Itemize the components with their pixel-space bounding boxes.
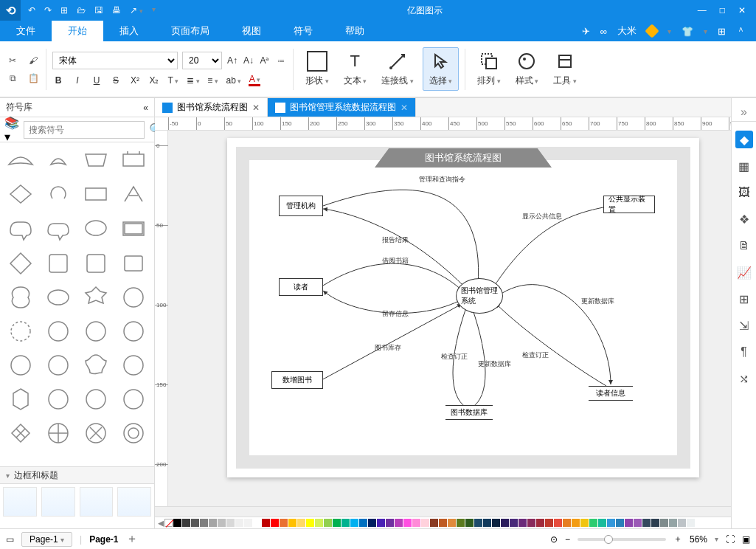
export-icon[interactable]: ⇲ [735, 317, 753, 334]
color-swatch[interactable] [448, 519, 456, 527]
play-icon[interactable]: ⊙ [550, 534, 558, 545]
para-icon[interactable]: ¶ [735, 343, 753, 361]
zoom-slider[interactable] [578, 538, 666, 541]
shape-thumbnail[interactable] [117, 247, 151, 278]
fit-width-icon[interactable]: ▣ [742, 534, 750, 545]
shape-thumbnail[interactable] [3, 315, 38, 346]
page-tab[interactable]: Page-1 ▾ [21, 532, 72, 547]
shape-thumbnail[interactable] [117, 383, 151, 414]
tab-view[interactable]: 视图 [226, 21, 277, 41]
apps-icon[interactable]: ⊞ [718, 26, 726, 37]
color-swatch[interactable] [536, 519, 544, 527]
tab-file[interactable]: 文件 [0, 21, 52, 41]
color-swatch[interactable] [350, 519, 358, 527]
color-swatch[interactable] [333, 519, 341, 527]
paste-icon[interactable]: 📋 [27, 72, 40, 85]
add-page-icon[interactable]: ＋ [126, 531, 138, 547]
strike-button[interactable]: S [110, 75, 122, 86]
qat-new[interactable]: ⊞ [60, 5, 68, 15]
font-size-select[interactable]: 20 [182, 52, 222, 69]
horizontal-scrollbar[interactable] [155, 506, 731, 517]
node-reader[interactable]: 读者 [279, 278, 323, 296]
align-icon[interactable]: ≡ [207, 75, 219, 86]
table-icon[interactable]: ⊞ [735, 290, 753, 308]
shape-thumbnail[interactable] [3, 417, 38, 448]
node-mgmt[interactable]: 管理机构 [279, 196, 323, 216]
subscript-button[interactable]: X₂ [148, 75, 160, 86]
color-swatch[interactable] [182, 519, 190, 527]
document-tab-active[interactable]: 图书馆管理系统数据流程图 ✕ [268, 98, 416, 117]
font-grow-icon[interactable]: A↑ [226, 55, 238, 66]
color-swatch[interactable] [580, 519, 589, 527]
minimize-button[interactable]: — [698, 5, 707, 15]
grid-icon[interactable]: ▦ [735, 157, 753, 175]
node-display[interactable]: 公共显示装置 [603, 196, 655, 213]
send-icon[interactable]: ✈ [582, 26, 590, 37]
color-swatch[interactable] [421, 519, 429, 527]
color-swatch[interactable] [297, 519, 305, 527]
color-swatch[interactable] [598, 519, 606, 527]
shape-tool[interactable]: 形状 [299, 48, 335, 90]
canvas[interactable]: 图书馆系统流程图 [168, 131, 731, 506]
color-swatch[interactable] [209, 519, 217, 527]
shape-thumbnail[interactable] [41, 247, 75, 278]
shuffle-icon[interactable]: ⤭ [735, 370, 753, 387]
color-swatch[interactable] [412, 519, 420, 527]
tools-tool[interactable]: 工具 [547, 48, 583, 90]
node-bookdb[interactable]: 图书数据库 [445, 405, 493, 420]
connector-tool[interactable]: 连接线 [375, 48, 420, 90]
italic-button[interactable]: I [72, 75, 83, 86]
close-tab-icon[interactable]: ✕ [252, 103, 260, 113]
library-menu-icon[interactable]: 📚▾ [4, 116, 19, 144]
color-swatch[interactable] [651, 519, 659, 527]
shape-thumbnail[interactable] [117, 145, 151, 176]
tab-help[interactable]: 帮助 [329, 21, 381, 41]
collapse-right-icon[interactable]: » [732, 103, 756, 122]
colorbar-left-icon[interactable]: ◂ [158, 517, 164, 528]
shape-thumbnail[interactable] [117, 281, 151, 312]
bold-button[interactable]: B [52, 75, 64, 86]
color-swatch[interactable] [386, 519, 394, 527]
qat-print[interactable]: 🖶 [112, 5, 121, 15]
shape-thumbnail[interactable] [79, 417, 114, 448]
shape-thumbnail[interactable] [41, 145, 75, 176]
text-icon[interactable]: ab [226, 75, 242, 86]
shape-thumbnail[interactable] [41, 213, 75, 244]
style-tool[interactable]: 样式 [510, 48, 545, 90]
color-swatch[interactable] [625, 519, 633, 527]
swatch-nofill[interactable] [164, 519, 173, 527]
shape-thumbnail[interactable] [117, 315, 151, 346]
bullet-list-icon[interactable]: ≔ [275, 57, 287, 65]
color-swatch[interactable] [687, 519, 695, 527]
qat-more[interactable]: ▾ [152, 5, 156, 15]
color-swatch[interactable] [563, 519, 571, 527]
color-swatch[interactable] [377, 519, 385, 527]
tshirt-icon[interactable]: 👕 [682, 26, 693, 37]
section-frames-titles[interactable]: ▾ 边框和标题 [0, 466, 154, 484]
font-case-icon[interactable]: Aᵃ [259, 55, 271, 66]
shape-thumbnail[interactable] [3, 179, 38, 210]
color-swatch[interactable] [492, 519, 500, 527]
copy-icon[interactable]: ⧉ [6, 72, 19, 85]
template-thumb[interactable] [3, 487, 37, 517]
arrange-tool[interactable]: 排列 [471, 48, 507, 90]
chart-icon[interactable]: 📈 [735, 263, 753, 281]
shape-thumbnail[interactable] [79, 349, 114, 380]
font-name-select[interactable]: 宋体 [52, 52, 178, 69]
template-thumb[interactable] [80, 487, 114, 517]
tab-symbol[interactable]: 符号 [277, 21, 329, 41]
color-swatch[interactable] [634, 519, 642, 527]
template-thumb[interactable] [117, 487, 151, 517]
superscript-button[interactable]: X² [129, 75, 141, 86]
color-swatch[interactable] [226, 519, 235, 527]
line-spacing-icon[interactable]: ≣ [187, 75, 200, 86]
shape-thumbnail[interactable] [79, 383, 114, 414]
shape-thumbnail[interactable] [79, 315, 114, 346]
color-swatch[interactable] [678, 519, 686, 527]
shape-thumbnail[interactable] [117, 349, 151, 380]
shape-thumbnail[interactable] [41, 349, 75, 380]
color-swatch[interactable] [457, 519, 465, 527]
user-name[interactable]: 大米 [617, 24, 637, 38]
text-tool[interactable]: T 文本 [338, 48, 373, 90]
zoom-out-icon[interactable]: − [565, 534, 570, 545]
